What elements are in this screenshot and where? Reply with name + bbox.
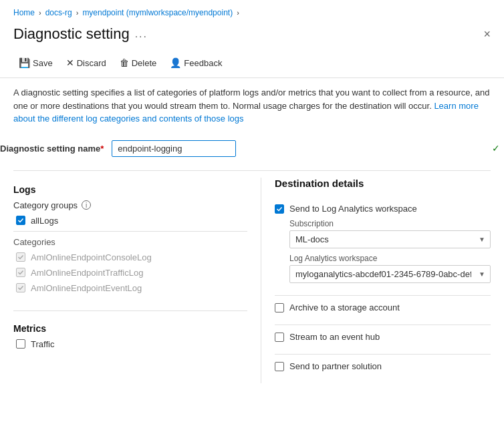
alllogs-label: allLogs xyxy=(31,216,58,226)
setting-name-input[interactable] xyxy=(112,140,236,157)
feedback-icon: 👤 xyxy=(170,57,181,68)
subscription-select-wrapper: ML-docs ▼ xyxy=(289,230,491,248)
discard-icon: ✕ xyxy=(66,57,74,68)
categories-label: Categories xyxy=(13,237,247,247)
breadcrumb-sep-1: › xyxy=(39,9,41,17)
partner-content: Send to partner solution xyxy=(289,361,491,377)
breadcrumb-sep-3: › xyxy=(237,9,239,17)
traffic-log-row: AmlOnlineEndpointTrafficLog xyxy=(13,268,247,278)
page-header: Diagnostic setting ... × xyxy=(0,23,504,51)
category-groups-header: Category groups i xyxy=(13,200,247,210)
save-label: Save xyxy=(33,58,53,68)
discard-button[interactable]: ✕ Discard xyxy=(61,55,112,71)
delete-button[interactable]: 🗑 Delete xyxy=(114,55,162,71)
alllogs-checkbox-row: allLogs xyxy=(13,216,247,226)
event-hub-label: Stream to an event hub xyxy=(289,332,491,342)
header-left: Diagnostic setting ... xyxy=(13,25,148,43)
info-text: A diagnostic setting specifies a list of… xyxy=(13,87,489,111)
close-button[interactable]: × xyxy=(483,27,491,41)
workspace-select[interactable]: myloganalytics-abcdef01-2345-6789-0abc-d… xyxy=(289,265,491,283)
required-marker: * xyxy=(100,144,104,154)
delete-label: Delete xyxy=(132,58,157,68)
log-analytics-content: Send to Log Analytics workspace Subscrip… xyxy=(289,204,491,288)
discard-label: Discard xyxy=(77,58,106,68)
partner-checkbox[interactable] xyxy=(275,362,284,371)
setting-name-input-wrapper: ✓ xyxy=(112,140,504,157)
category-groups-label: Category groups xyxy=(13,200,78,210)
metrics-divider xyxy=(13,310,247,311)
toolbar: 💾 Save ✕ Discard 🗑 Delete 👤 Feedback xyxy=(0,51,504,78)
categories-divider xyxy=(13,231,247,232)
event-hub-content: Stream to an event hub xyxy=(289,332,491,347)
event-hub-row: Stream to an event hub xyxy=(275,325,491,355)
info-section: A diagnostic setting specifies a list of… xyxy=(0,78,504,134)
left-panel: Logs Category groups i allLogs Categorie… xyxy=(13,178,261,383)
workspace-select-wrapper: myloganalytics-abcdef01-2345-6789-0abc-d… xyxy=(289,265,491,283)
event-hub-checkbox[interactable] xyxy=(275,333,284,342)
event-log-row: AmlOnlineEndpointEventLog xyxy=(13,283,247,293)
logs-title: Logs xyxy=(13,184,247,195)
workspace-label: Log Analytics workspace xyxy=(289,254,491,263)
metrics-section: Metrics Traffic xyxy=(13,316,247,361)
more-options-icon[interactable]: ... xyxy=(135,28,148,40)
storage-label: Archive to a storage account xyxy=(289,302,491,312)
save-icon: 💾 xyxy=(19,57,30,68)
feedback-button[interactable]: 👤 Feedback xyxy=(164,55,227,71)
subscription-group: Subscription ML-docs ▼ xyxy=(289,219,491,248)
logs-section: Logs Category groups i allLogs Categorie… xyxy=(13,178,247,305)
destination-title: Destination details xyxy=(275,178,491,189)
categories-section: Categories AmlOnlineEndpointConsoleLog A… xyxy=(13,237,247,293)
diagnostic-setting-page: Home › docs-rg › myendpoint (mymlworkspa… xyxy=(0,0,504,426)
main-content: Logs Category groups i allLogs Categorie… xyxy=(0,178,504,383)
storage-row: Archive to a storage account xyxy=(275,296,491,325)
traffic-log-label: AmlOnlineEndpointTrafficLog xyxy=(31,268,143,278)
alllogs-checkbox[interactable] xyxy=(16,216,25,225)
traffic-metric-checkbox[interactable] xyxy=(16,339,25,349)
storage-checkbox[interactable] xyxy=(275,303,284,312)
subscription-label: Subscription xyxy=(289,219,491,228)
log-analytics-checkbox[interactable] xyxy=(275,204,284,214)
main-divider xyxy=(13,170,491,171)
partner-row: Send to partner solution xyxy=(275,355,491,383)
delete-icon: 🗑 xyxy=(120,57,129,68)
category-groups-info-icon[interactable]: i xyxy=(82,200,91,210)
traffic-metric-label: Traffic xyxy=(31,339,54,349)
subscription-select[interactable]: ML-docs xyxy=(289,230,491,248)
workspace-group: Log Analytics workspace myloganalytics-a… xyxy=(289,254,491,283)
breadcrumb-home[interactable]: Home xyxy=(13,8,35,17)
breadcrumb-endpoint[interactable]: myendpoint (mymlworkspace/myendpoint) xyxy=(82,8,233,17)
console-log-label: AmlOnlineEndpointConsoleLog xyxy=(31,252,152,262)
traffic-metric-row: Traffic xyxy=(13,339,247,349)
input-check-icon: ✓ xyxy=(492,143,500,154)
console-log-checkbox[interactable] xyxy=(16,252,25,262)
event-log-checkbox[interactable] xyxy=(16,283,25,292)
console-log-row: AmlOnlineEndpointConsoleLog xyxy=(13,252,247,262)
event-log-label: AmlOnlineEndpointEventLog xyxy=(31,283,142,293)
setting-name-label: Diagnostic setting name* xyxy=(0,144,104,154)
metrics-title: Metrics xyxy=(13,323,247,334)
breadcrumb-docs-rg[interactable]: docs-rg xyxy=(45,8,72,17)
breadcrumb: Home › docs-rg › myendpoint (mymlworkspa… xyxy=(0,0,504,23)
breadcrumb-sep-2: › xyxy=(76,9,79,17)
log-analytics-label: Send to Log Analytics workspace xyxy=(289,204,491,214)
traffic-log-checkbox[interactable] xyxy=(16,268,25,277)
right-panel: Destination details Send to Log Analytic… xyxy=(261,178,491,383)
setting-name-row: Diagnostic setting name* ✓ xyxy=(0,134,504,164)
partner-label: Send to partner solution xyxy=(289,361,491,371)
save-button[interactable]: 💾 Save xyxy=(13,55,58,71)
page-title: Diagnostic setting xyxy=(13,25,130,43)
log-analytics-row: Send to Log Analytics workspace Subscrip… xyxy=(275,197,491,296)
feedback-label: Feedback xyxy=(184,58,222,68)
storage-content: Archive to a storage account xyxy=(289,302,491,318)
